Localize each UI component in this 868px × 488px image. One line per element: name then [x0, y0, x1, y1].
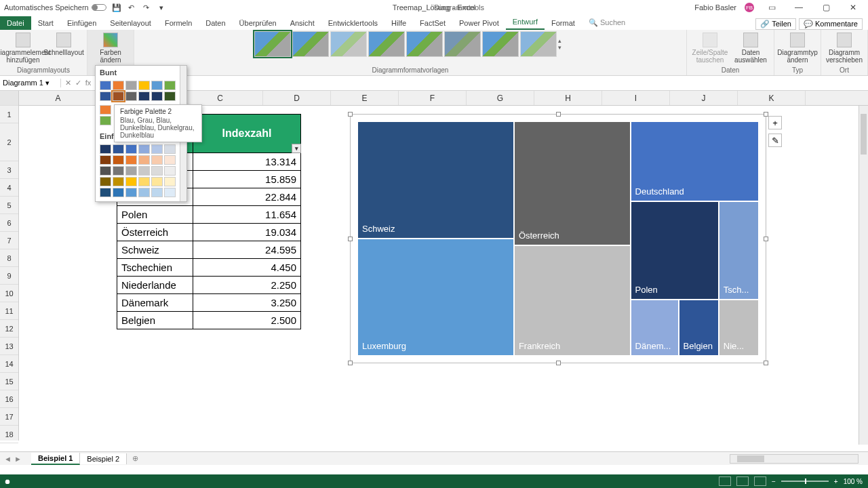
view-pagelayout-icon[interactable]	[736, 476, 749, 486]
treemap-tile[interactable]: Frankreich	[514, 245, 631, 356]
style-thumb-3[interactable]	[330, 31, 367, 57]
color-swatch[interactable]	[100, 144, 111, 154]
tab-file[interactable]: Datei	[0, 16, 31, 30]
chart-styles-gallery[interactable]: ▴▾	[254, 31, 566, 57]
color-swatch[interactable]	[164, 92, 176, 101]
name-box[interactable]: Diagramm 1 ▾	[0, 79, 61, 87]
save-icon[interactable]: 💾	[112, 3, 121, 12]
zoom-level[interactable]: 100 %	[844, 478, 863, 485]
select-all-corner[interactable]	[0, 91, 18, 106]
color-swatch[interactable]	[164, 155, 176, 165]
gallery-more-icon[interactable]: ▴▾	[558, 37, 566, 51]
color-swatch[interactable]	[138, 81, 150, 90]
treemap-tile[interactable]: Luxemburg	[357, 239, 514, 356]
record-macro-icon[interactable]: ⏺	[4, 478, 11, 485]
tab-view[interactable]: Ansicht	[283, 16, 321, 30]
color-swatch[interactable]	[138, 188, 150, 197]
color-swatch[interactable]	[164, 81, 176, 90]
color-swatch[interactable]	[100, 105, 111, 115]
color-swatch[interactable]	[113, 81, 124, 90]
fx-icon[interactable]: fx	[85, 79, 92, 87]
tab-help[interactable]: Hilfe	[384, 16, 413, 30]
share-button[interactable]: 🔗 Teilen	[755, 18, 796, 30]
treemap-tile[interactable]: Belgien	[679, 300, 719, 356]
enter-icon[interactable]: ✓	[75, 79, 81, 87]
color-swatch[interactable]	[113, 155, 124, 165]
style-thumb-8[interactable]	[520, 31, 557, 57]
close-icon[interactable]: ✕	[844, 3, 863, 12]
chart-plus-icon[interactable]: +	[768, 116, 782, 129]
color-swatch[interactable]	[138, 144, 150, 154]
redo-icon[interactable]: ↷	[142, 3, 151, 12]
color-swatch[interactable]	[151, 166, 163, 176]
sheet-tab-1[interactable]: Beispiel 1	[31, 453, 80, 465]
color-swatch[interactable]	[113, 177, 124, 186]
tab-pagelayout[interactable]: Seitenlayout	[103, 16, 158, 30]
qat-more-icon[interactable]: ▾	[157, 3, 166, 12]
add-chart-element-button[interactable]: Diagrammelement hinzufügen	[4, 31, 42, 65]
color-swatch[interactable]	[100, 166, 111, 176]
treemap-tile[interactable]: Dänem...	[631, 300, 679, 356]
zoom-in-icon[interactable]: +	[834, 478, 838, 485]
color-swatch[interactable]	[125, 166, 137, 176]
search-button[interactable]: 🔍 Suchen	[582, 16, 632, 30]
color-swatch[interactable]	[164, 166, 176, 176]
filter-dropdown-icon[interactable]: ▾	[292, 144, 301, 153]
style-thumb-6[interactable]	[444, 31, 481, 57]
tab-insert[interactable]: Einfügen	[60, 16, 103, 30]
color-swatch[interactable]	[125, 177, 137, 186]
view-normal-icon[interactable]	[719, 476, 731, 486]
tab-review[interactable]: Überprüfen	[233, 16, 283, 30]
style-thumb-2[interactable]	[292, 31, 329, 57]
color-swatch[interactable]	[151, 81, 163, 90]
treemap-tile[interactable]: Tsch...	[719, 201, 759, 300]
tab-powerpivot[interactable]: Power Pivot	[452, 16, 506, 30]
color-swatch[interactable]	[100, 188, 111, 197]
tab-formulas[interactable]: Formeln	[158, 16, 199, 30]
color-swatch[interactable]	[100, 92, 111, 101]
style-thumb-5[interactable]	[406, 31, 443, 57]
color-swatch[interactable]	[151, 177, 163, 186]
vertical-scrollbar[interactable]	[859, 106, 868, 445]
color-swatch[interactable]	[113, 92, 124, 101]
sheet-tab-2[interactable]: Beispiel 2	[80, 453, 127, 464]
switch-row-col-button[interactable]: Zeile/Spalte tauschen	[691, 31, 729, 65]
color-swatch[interactable]	[100, 155, 111, 165]
color-swatch[interactable]	[100, 116, 111, 125]
maximize-icon[interactable]: ▢	[816, 3, 835, 12]
tab-start[interactable]: Start	[31, 16, 60, 30]
tab-developer[interactable]: Entwicklertools	[321, 16, 384, 30]
zoom-out-icon[interactable]: −	[772, 478, 776, 485]
change-colors-button[interactable]: Farben ändern	[92, 31, 130, 65]
treemap-tile[interactable]: Schweiz	[357, 121, 514, 239]
treemap-tile[interactable]: Nie...	[719, 300, 759, 356]
view-pagebreak-icon[interactable]	[754, 476, 766, 486]
color-swatch[interactable]	[113, 144, 124, 154]
treemap-tile[interactable]: Österreich	[514, 121, 631, 245]
treemap-chart[interactable]: + ✎ SchweizLuxemburgÖsterreichFrankreich…	[350, 114, 766, 363]
tab-data[interactable]: Daten	[199, 16, 232, 30]
color-swatch[interactable]	[113, 166, 124, 176]
color-swatch[interactable]	[138, 177, 150, 186]
color-swatch[interactable]	[125, 155, 137, 165]
color-swatch[interactable]	[125, 81, 137, 90]
cancel-icon[interactable]: ✕	[65, 79, 71, 87]
treemap-tile[interactable]: Polen	[631, 201, 719, 300]
undo-icon[interactable]: ↶	[127, 3, 136, 12]
tab-factset[interactable]: FactSet	[413, 16, 452, 30]
change-chart-type-button[interactable]: Diagrammtyp ändern	[778, 31, 816, 65]
style-thumb-4[interactable]	[368, 31, 405, 57]
color-swatch[interactable]	[151, 144, 163, 154]
color-swatch[interactable]	[138, 92, 150, 101]
quick-layout-button[interactable]: Schnelllayout	[45, 31, 83, 58]
color-swatch[interactable]	[138, 155, 150, 165]
style-thumb-7[interactable]	[482, 31, 519, 57]
color-swatch[interactable]	[151, 155, 163, 165]
horizontal-scrollbar[interactable]	[730, 454, 859, 464]
sheet-nav-prev-icon[interactable]: ◄	[4, 455, 12, 463]
chart-brush-icon[interactable]: ✎	[768, 134, 782, 147]
color-swatch[interactable]	[151, 188, 163, 197]
add-sheet-icon[interactable]: ⊕	[127, 454, 144, 463]
comments-button[interactable]: 💬 Kommentare	[799, 18, 863, 30]
color-swatch[interactable]	[100, 177, 111, 186]
